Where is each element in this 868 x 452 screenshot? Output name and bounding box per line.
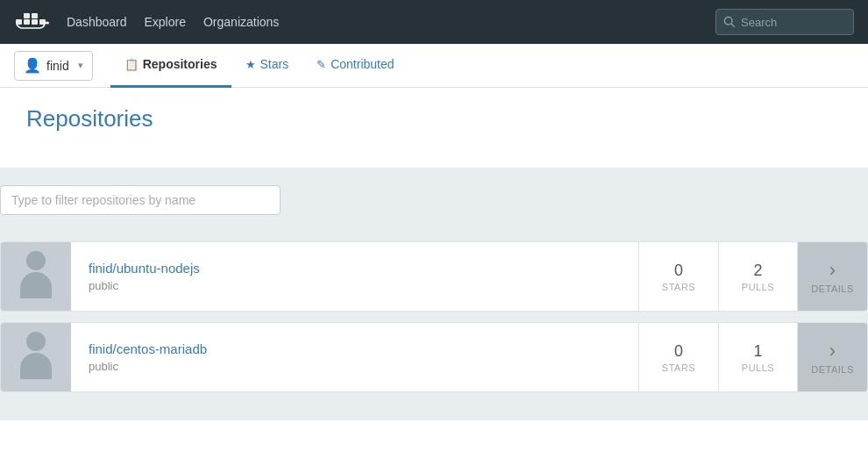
docker-logo[interactable]	[14, 7, 49, 37]
search-input[interactable]	[741, 16, 846, 29]
tab-stars-label: Stars	[260, 57, 289, 71]
stars-label: STARS	[662, 362, 695, 373]
repo-name[interactable]: finid/ubuntu-nodejs	[89, 261, 621, 276]
user-icon: 👤	[24, 57, 41, 74]
avatar-head	[26, 251, 46, 270]
tabs-bar: 👤 finid ▾ 📋 Repositories ★ Stars ✎ Contr…	[0, 44, 868, 88]
repo-info: finid/centos-mariadb public	[71, 323, 638, 391]
repo-stats: 0 STARS 2 PULLS › DETAILS	[638, 242, 867, 311]
navbar: Dashboard Explore Organizations	[0, 0, 868, 44]
pulls-label: PULLS	[742, 282, 774, 292]
stars-count: 0	[674, 342, 683, 361]
avatar-body	[20, 272, 52, 298]
svg-rect-4	[32, 19, 38, 25]
page-title: Repositories	[26, 105, 842, 133]
tab-stars[interactable]: ★ Stars	[231, 44, 303, 88]
contributed-icon: ✎	[317, 58, 326, 71]
stars-label: STARS	[662, 282, 695, 292]
stars-count: 0	[674, 262, 683, 280]
svg-rect-1	[24, 19, 30, 25]
repo-card: finid/ubuntu-nodejs public 0 STARS 2 PUL…	[0, 241, 868, 312]
repo-visibility: public	[89, 360, 621, 373]
repo-name[interactable]: finid/centos-mariadb	[89, 341, 621, 356]
pulls-label: PULLS	[742, 362, 774, 373]
pulls-count: 1	[753, 342, 762, 361]
repo-visibility: public	[89, 279, 621, 292]
svg-rect-3	[32, 13, 38, 18]
details-button[interactable]: › DETAILS	[797, 323, 867, 391]
details-label: DETAILS	[811, 283, 854, 294]
chevron-down-icon: ▾	[78, 60, 83, 71]
user-selector[interactable]: 👤 finid ▾	[14, 51, 93, 81]
tab-contributed[interactable]: ✎ Contributed	[302, 44, 408, 88]
svg-point-7	[724, 17, 732, 25]
tab-repositories-label: Repositories	[143, 57, 217, 71]
avatar-person	[15, 251, 57, 302]
pulls-stat: 2 PULLS	[718, 242, 797, 311]
repo-avatar	[1, 323, 71, 391]
svg-rect-0	[16, 19, 22, 25]
search-icon	[723, 16, 736, 28]
chevron-right-icon: ›	[829, 259, 836, 282]
avatar-person	[15, 332, 57, 383]
nav-dashboard[interactable]: Dashboard	[67, 15, 127, 29]
repositories-icon: 📋	[125, 58, 139, 71]
repo-card: finid/centos-mariadb public 0 STARS 1 PU…	[0, 322, 868, 392]
svg-rect-2	[24, 13, 30, 18]
repo-list: finid/ubuntu-nodejs public 0 STARS 2 PUL…	[0, 233, 868, 420]
tab-contributed-label: Contributed	[331, 57, 394, 71]
nav-organizations[interactable]: Organizations	[203, 15, 279, 29]
avatar-head	[26, 332, 46, 351]
filter-area	[0, 168, 868, 233]
chevron-right-icon: ›	[829, 340, 836, 362]
search-box[interactable]	[715, 9, 854, 35]
pulls-stat: 1 PULLS	[718, 323, 797, 391]
stars-stat: 0 STARS	[639, 323, 718, 391]
pulls-count: 2	[753, 262, 762, 280]
stars-stat: 0 STARS	[639, 242, 718, 311]
svg-line-8	[731, 24, 735, 27]
details-button[interactable]: › DETAILS	[797, 242, 867, 311]
username-label: finid	[46, 59, 69, 73]
repo-avatar	[1, 242, 71, 311]
repo-stats: 0 STARS 1 PULLS › DETAILS	[638, 323, 867, 391]
page-content: Repositories	[0, 88, 868, 168]
repo-info: finid/ubuntu-nodejs public	[71, 242, 638, 311]
filter-input[interactable]	[0, 185, 281, 215]
svg-point-6	[46, 22, 49, 25]
tab-repositories[interactable]: 📋 Repositories	[110, 44, 231, 88]
details-label: DETAILS	[811, 364, 854, 375]
nav-explore[interactable]: Explore	[145, 15, 186, 29]
stars-icon: ★	[245, 58, 256, 71]
avatar-body	[20, 353, 52, 379]
